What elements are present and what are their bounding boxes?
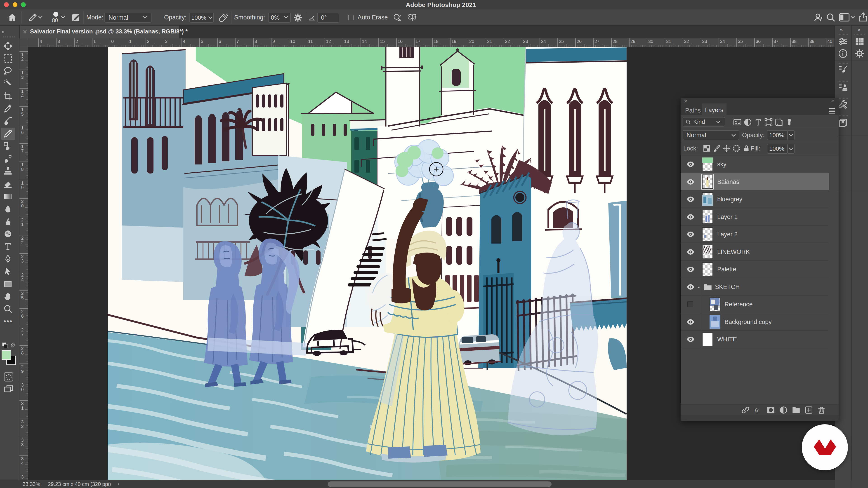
- svg-text:fx: fx: [754, 407, 759, 414]
